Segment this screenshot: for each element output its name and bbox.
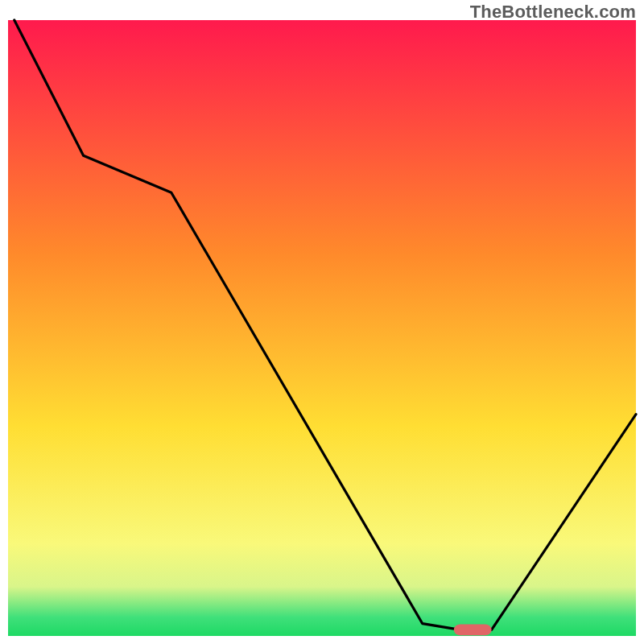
optimal-marker: [454, 625, 492, 636]
chart-stage: TheBottleneck.com: [0, 0, 644, 644]
gradient-background: [8, 20, 636, 636]
watermark-text: TheBottleneck.com: [470, 2, 636, 23]
bottleneck-plot: [0, 0, 644, 644]
